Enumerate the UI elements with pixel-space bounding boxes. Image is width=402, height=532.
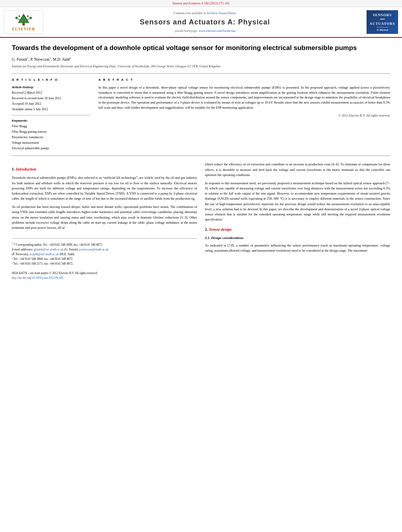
doi-link[interactable]: http://dx.doi.org/10.1016/j.sna.2012.06.… — [12, 276, 63, 280]
email-label: E-mail addresses: — [12, 248, 33, 251]
body-columns: 1. Introduction Downhole electrical subm… — [12, 162, 390, 280]
email-niewczas[interactable]: p.niewczas@strath.ac.uk — [79, 248, 109, 251]
affiliation: Institute for Energy and Environment, El… — [12, 64, 390, 69]
copyright-line: © 2012 Elsevier B.V. All rights reserved… — [98, 113, 390, 118]
journal-homepage: journal homepage: www.elsevier.com/locat… — [43, 29, 367, 33]
online-date: Available online 5 July 2012 — [12, 107, 91, 112]
elsevier-brand-text: ELSEVIER — [12, 26, 35, 32]
svg-point-6 — [30, 17, 32, 19]
footnote-1: ¹ Tel.: +44 0141 548 2869; fax: +44 0141… — [12, 257, 197, 261]
journal-header: Sensors and Actuators A 184 (2012) 173–1… — [0, 0, 402, 38]
elsevier-logo: ELSEVIER — [4, 10, 43, 34]
intro-para-2: As oil production has been moving toward… — [12, 204, 197, 230]
section1-label: Introduction — [16, 167, 36, 171]
footnote-corresponding: * * Corresponding author. Tel.: +44 0141… — [12, 242, 197, 247]
received-date: Received 2 March 2012 — [12, 91, 91, 95]
journal-top-bar: Sensors and Actuators A 184 (2012) 173–1… — [0, 0, 402, 7]
author-names: G. Fusiek*, P. Niewczas1, M.D. Judd2 — [12, 57, 71, 61]
homepage-url[interactable]: www.elsevier.com/locate/sna — [199, 29, 235, 33]
elsevier-tree-icon — [12, 12, 35, 26]
article-info-panel: A R T I C L E I N F O Article history: R… — [12, 78, 91, 152]
badge-line-3: ACTUATORS — [370, 21, 395, 26]
article-info-heading: A R T I C L E I N F O — [12, 78, 91, 82]
keyword-1: Fiber Bragg — [12, 124, 91, 129]
abstract-heading: A B S T R A C T — [98, 78, 390, 82]
article-history-label: Article history: — [12, 85, 91, 89]
keyword-3: Piezoelectric transducers — [12, 135, 91, 140]
keyword-4: Voltage measurement — [12, 141, 91, 145]
article-container: Towards the development of a downhole op… — [0, 38, 402, 286]
sciverse-line: Contents lists available at SciVerse Sci… — [43, 11, 367, 15]
journal-badge: SENSORS and ACTUATORS A: Physical — [367, 10, 398, 34]
accepted-date: Accepted 19 June 2012 — [12, 102, 91, 106]
intro-para-1: Downhole electrical submersible pumps (E… — [12, 175, 197, 201]
intro-right-para-1: which reduce the efficiency of oil extra… — [205, 162, 391, 178]
email-fusiek[interactable]: gfusiek@eee.strath.ac.uk — [34, 248, 63, 251]
section1-number: 1. — [12, 167, 15, 171]
intro-right-para-2: In response to this measurement need, we… — [205, 181, 391, 222]
svg-point-5 — [15, 17, 18, 19]
badge-subtitle: A: Physical — [376, 27, 388, 32]
badge-line-1: SENSORS — [373, 13, 392, 18]
revised-date: Received in revised form 18 June 2012 — [12, 96, 91, 101]
subsection-21-text: As indicated in [7,8], a number of param… — [205, 243, 391, 253]
article-title: Towards the development of a downhole op… — [12, 44, 390, 52]
footnotes-section: * * Corresponding author. Tel.: +44 0141… — [12, 238, 197, 280]
subsection-21-heading: 2.1. Design considerations — [205, 235, 391, 241]
footnote-emails: E-mail addresses: gfusiek@eee.strath.ac.… — [12, 247, 197, 257]
abstract-panel: A B S T R A C T In this paper a novel de… — [98, 78, 390, 152]
svg-point-8 — [27, 15, 29, 17]
email-judd[interactable]: m.judd@eee.strath.ac.uk — [30, 252, 59, 256]
body-col-left: 1. Introduction Downhole electrical subm… — [12, 162, 197, 280]
svg-point-7 — [19, 15, 20, 17]
footnote-2: ² Tel.: +44 0141 548 2171; fax: +44 0141… — [12, 261, 197, 266]
keywords-section: Keywords: Fiber Bragg Fiber Bragg gratin… — [12, 119, 91, 151]
abstract-text: In this paper a novel design of a downho… — [98, 85, 390, 110]
section2-heading: 2. Sensor design — [205, 227, 391, 232]
sciverse-link[interactable]: SciVerse ScienceDirect — [207, 11, 236, 15]
svg-marker-2 — [19, 16, 28, 22]
section2-number: 2. — [205, 227, 208, 232]
journal-title-center: Contents lists available at SciVerse Sci… — [43, 11, 367, 33]
footnote-corresponding-text: * Corresponding author. Tel.: +44 0141 5… — [14, 243, 103, 247]
section2-label: Sensor design — [209, 227, 232, 232]
doi-line: http://dx.doi.org/10.1016/j.sna.2012.06.… — [12, 276, 197, 280]
volume-info: Sensors and Actuators A 184 (2012) 173–1… — [172, 2, 230, 5]
authors-line: G. Fusiek*, P. Niewczas1, M.D. Judd2 — [12, 56, 390, 62]
journal-title: Sensors and Actuators A: Physical — [43, 17, 367, 27]
homepage-label: journal homepage: — [174, 29, 198, 33]
body-col-right: which reduce the efficiency of oil extra… — [205, 162, 391, 280]
keywords-label: Keywords: — [12, 119, 91, 123]
section1-heading: 1. Introduction — [12, 167, 197, 172]
keyword-2: Fiber Bragg grating sensors — [12, 130, 91, 134]
badge-line-2: and — [380, 17, 384, 21]
info-divider — [12, 115, 91, 115]
journal-branding: ELSEVIER Contents lists available at Sci… — [0, 7, 402, 37]
issn-line: 0924-4247/$ – see front matter © 2012 El… — [12, 271, 197, 276]
keyword-5: Electrical submersible pumps — [12, 146, 91, 151]
article-info-abstract-section: A R T I C L E I N F O Article history: R… — [12, 73, 390, 156]
